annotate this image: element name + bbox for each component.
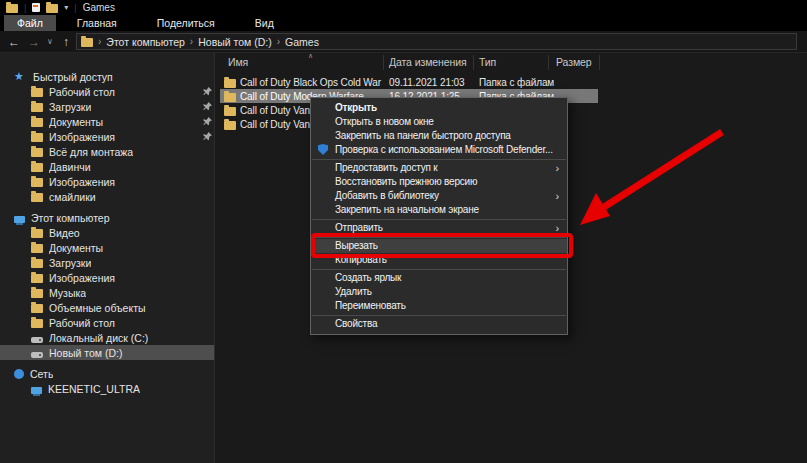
sidebar-item-documents-qa[interactable]: Документы — [0, 114, 214, 129]
tab-home[interactable]: Главная — [64, 15, 130, 31]
folder-icon — [224, 107, 236, 116]
menu-item-pin-quick-access[interactable]: Закрепить на панели быстрого доступа — [311, 129, 567, 143]
pin-icon — [203, 117, 212, 126]
titlebar-separator: | — [74, 3, 76, 13]
sidebar-item-label: KEENETIC_ULTRA — [48, 383, 140, 395]
sidebar-item-smileys[interactable]: смайлики — [0, 189, 214, 204]
column-header-label: Тип — [479, 56, 496, 68]
breadcrumb-this-pc[interactable]: Этот компьютер — [106, 36, 185, 48]
menu-item-delete[interactable]: Удалить — [311, 285, 567, 299]
folder-icon — [31, 289, 43, 298]
column-header-label: Имя — [228, 56, 248, 68]
sidebar-item-network[interactable]: Сеть — [0, 366, 214, 381]
folder-icon — [31, 133, 43, 142]
file-row[interactable]: Call of Duty Black Ops Cold War 09.11.20… — [220, 75, 598, 89]
menu-item-label: Открыть в новом окне — [335, 116, 434, 127]
tab-view[interactable]: Вид — [242, 15, 287, 31]
drive-icon — [31, 337, 43, 343]
folder-icon — [31, 88, 43, 97]
sidebar-item-pictures-qa[interactable]: Изображения — [0, 129, 214, 144]
sidebar-item-montage[interactable]: Всё для монтажа — [0, 144, 214, 159]
explorer-window: | ▾ | Games Файл Главная Поделиться Вид … — [0, 0, 807, 463]
column-divider[interactable] — [548, 55, 549, 70]
network-icon — [14, 369, 24, 379]
submenu-arrow-icon: › — [556, 189, 559, 203]
sidebar-item-new-volume-d[interactable]: Новый том (D:) — [0, 345, 214, 360]
sidebar-item-label: Давинчи — [49, 161, 91, 173]
column-divider[interactable] — [473, 55, 474, 70]
menu-item-open[interactable]: Открыть — [311, 101, 567, 115]
address-bar[interactable]: › Этот компьютер › Новый том (D:) › Game… — [76, 33, 797, 50]
file-type: Папка с файлами — [479, 77, 554, 88]
menu-item-label: Предоставить доступ к — [335, 162, 437, 173]
sidebar-item-davinci[interactable]: Давинчи — [0, 159, 214, 174]
sidebar-item-music[interactable]: Музыка — [0, 285, 214, 300]
computer-icon — [31, 387, 42, 394]
quick-access-toolbar-dropdown-icon[interactable]: ▾ — [64, 3, 68, 12]
breadcrumb-games[interactable]: Games — [285, 36, 319, 48]
titlebar: | ▾ | Games — [0, 0, 807, 15]
forward-icon[interactable]: → — [24, 35, 44, 49]
folder-icon — [224, 121, 236, 130]
file-date: 09.11.2021 21:03 — [389, 77, 474, 88]
breadcrumb-drive-d[interactable]: Новый том (D:) — [198, 36, 272, 48]
sidebar-item-pictures-pc[interactable]: Изображения — [0, 270, 214, 285]
menu-separator — [312, 219, 566, 220]
menu-item-restore-previous[interactable]: Восстановить прежнюю версию — [311, 175, 567, 189]
sidebar-item-quick-access[interactable]: ★Быстрый доступ — [0, 69, 214, 84]
sidebar-item-desktop-pc[interactable]: Рабочий стол — [0, 315, 214, 330]
quick-access-properties-icon[interactable] — [32, 3, 40, 12]
sidebar-item-keenetic-ultra[interactable]: KEENETIC_ULTRA — [0, 381, 214, 396]
pin-icon — [203, 132, 212, 141]
tab-file[interactable]: Файл — [4, 15, 56, 31]
sidebar-item-label: Загрузки — [49, 101, 91, 113]
folder-icon — [31, 118, 43, 127]
sidebar-item-this-pc[interactable]: Этот компьютер — [0, 210, 214, 225]
sidebar-item-videos[interactable]: Видео — [0, 225, 214, 240]
up-icon[interactable]: ↑ — [56, 35, 76, 49]
back-icon[interactable]: ← — [4, 35, 24, 49]
sidebar-item-desktop-qa[interactable]: Рабочий стол — [0, 84, 214, 99]
column-divider[interactable] — [383, 55, 384, 70]
folder-icon — [224, 93, 236, 102]
breadcrumb-separator: › — [277, 36, 280, 47]
menu-item-pin-to-start[interactable]: Закрепить на начальном экране — [311, 203, 567, 217]
column-header-label: Дата изменения — [389, 56, 467, 68]
menu-separator — [312, 269, 566, 270]
star-icon: ★ — [14, 71, 27, 82]
recent-locations-dropdown-icon[interactable]: ∨ — [44, 37, 56, 46]
folder-icon — [31, 148, 43, 157]
menu-item-add-to-library[interactable]: Добавить в библиотеку› — [311, 189, 567, 203]
defender-shield-icon — [318, 144, 328, 155]
sidebar-item-label: Всё для монтажа — [49, 146, 133, 158]
menu-item-label: Отправить — [335, 222, 383, 233]
sidebar-item-documents-pc[interactable]: Документы — [0, 240, 214, 255]
folder-icon — [224, 79, 236, 88]
menu-item-properties[interactable]: Свойства — [311, 317, 567, 331]
file-name: Call of Duty Black Ops Cold War — [240, 77, 384, 88]
sidebar-item-local-disk-c[interactable]: Локальный диск (C:) — [0, 330, 214, 345]
menu-item-create-shortcut[interactable]: Создать ярлык — [311, 271, 567, 285]
annotation-arrow-icon — [570, 120, 740, 240]
menu-item-give-access[interactable]: Предоставить доступ к› — [311, 161, 567, 175]
menu-item-open-new-window[interactable]: Открыть в новом окне — [311, 115, 567, 129]
window-title: Games — [83, 2, 115, 13]
column-header-date[interactable]: Дата изменения — [389, 56, 467, 71]
menu-separator — [312, 159, 566, 160]
column-header-size[interactable]: Размер — [556, 56, 592, 71]
sidebar-item-images[interactable]: Изображения — [0, 174, 214, 189]
sidebar-item-3d-objects[interactable]: Объемные объекты — [0, 300, 214, 315]
sidebar-item-downloads-qa[interactable]: Загрузки — [0, 99, 214, 114]
sidebar-item-label: смайлики — [49, 191, 96, 203]
menu-item-rename[interactable]: Переименовать — [311, 299, 567, 313]
breadcrumb-separator: › — [190, 36, 193, 47]
menu-item-defender-scan[interactable]: Проверка с использованием Microsoft Defe… — [311, 143, 567, 157]
sidebar-item-label: Новый том (D:) — [49, 347, 123, 359]
quick-access-folder-icon[interactable] — [46, 4, 58, 13]
column-header-name[interactable]: Имя ∧ — [228, 56, 248, 71]
column-header-type[interactable]: Тип — [479, 56, 496, 71]
computer-icon — [14, 216, 25, 223]
column-divider[interactable] — [599, 55, 600, 70]
sidebar-item-downloads-pc[interactable]: Загрузки — [0, 255, 214, 270]
tab-share[interactable]: Поделиться — [144, 15, 228, 31]
